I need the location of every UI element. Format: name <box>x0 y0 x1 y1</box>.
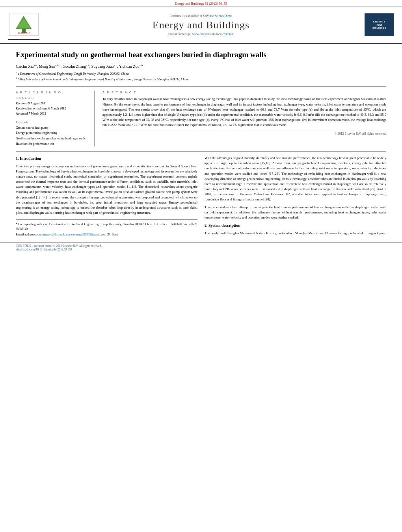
elsevier-logo-container: ELSEVIER <box>8 10 39 40</box>
contents-available-line: Contents lists available at SciVerse Sci… <box>39 14 363 18</box>
homepage-label: journal homepage: <box>168 32 192 36</box>
intro-para-1: To reduce primary energy consumption and… <box>16 164 197 216</box>
affiliations: a a Department of Geotechnical Engineeri… <box>16 71 386 82</box>
article-info: A R T I C L E I N F O Article history: R… <box>16 91 95 146</box>
keywords-label: Keywords: <box>16 120 88 124</box>
affiliation-b: b b Key Laboratory of Geotechnical and U… <box>16 76 386 82</box>
history-section: Article history: Received 9 August 2011 … <box>16 96 88 116</box>
elsevier-logo: ELSEVIER <box>9 13 39 36</box>
article-title: Experimental study on geothermal heat ex… <box>16 50 386 60</box>
body-left-column: 1. Introduction To reduce primary energy… <box>16 156 197 238</box>
page-wrapper: Energy and Buildings 52 (2012) 50–55 ELS… <box>0 0 402 532</box>
keyword-3: Geothermal heat exchangers buried in dia… <box>16 136 88 141</box>
keyword-4: Heat transfer performance test <box>16 141 88 147</box>
intro-para-3: This paper makes a first attempt to inve… <box>205 205 386 221</box>
received-date: Received 9 August 2011 <box>16 101 88 106</box>
sciverse-link[interactable]: SciVerse ScienceDirect <box>203 14 233 18</box>
abstract-text: To bury absorber tubes in diaphragm wall… <box>102 96 386 128</box>
eb-logo-top: ENERGY <box>373 20 385 23</box>
journal-header: ELSEVIER Contents lists available at Sci… <box>0 7 402 44</box>
history-label: Article history: <box>16 96 88 100</box>
section1-title: 1. Introduction <box>16 156 197 162</box>
accepted-date: Accepted 7 March 2012 <box>16 111 88 117</box>
abstract-section: A B S T R A C T To bury absorber tubes i… <box>102 91 386 146</box>
right-logo-container: ENERGY and BUILDINGS <box>363 13 394 36</box>
eb-logo-bot: BUILDINGS <box>372 27 386 29</box>
section2-para1: The newly built Shanghai Museum of Natur… <box>205 231 386 236</box>
main-content: Experimental study on geothermal heat ex… <box>0 44 402 242</box>
affiliation-a: a a Department of Geotechnical Engineeri… <box>16 71 386 76</box>
body-right-column: With the advantages of good stability, d… <box>205 156 386 238</box>
citation-text: Energy and Buildings 52 (2012) 50–55 <box>175 2 227 6</box>
journal-title: Energy and Buildings <box>39 19 363 31</box>
email-link[interactable]: sunmengpro@foxmail.com, sunmeng820305@gm… <box>37 233 106 236</box>
svg-text:ELSEVIER: ELSEVIER <box>18 32 30 34</box>
elsevier-tree-svg: ELSEVIER <box>10 14 37 35</box>
footnote-section: * Corresponding author at: Department of… <box>16 219 197 237</box>
bottom-bar: 0378-7788/$ – see front matter © 2012 El… <box>0 242 402 253</box>
keyword-2: Energy geotechnical engineering <box>16 130 88 136</box>
copyright-line: © 2012 Elsevier B.V. All rights reserved… <box>102 130 386 135</box>
keyword-1: Ground source heat pump <box>16 125 88 131</box>
homepage-line: journal homepage: www.elsevier.com/locat… <box>39 32 363 36</box>
homepage-url[interactable]: www.elsevier.com/locate/enbuild <box>192 32 234 36</box>
svg-marker-2 <box>17 19 30 28</box>
info-abstract-section: A R T I C L E I N F O Article history: R… <box>16 86 386 146</box>
doi-link[interactable]: http://dx.doi.org/10.1016/j.enbuild.2012… <box>16 248 72 251</box>
body-columns: 1. Introduction To reduce primary energy… <box>16 151 386 238</box>
section2-title: 2. System description <box>205 222 386 229</box>
top-citation-bar: Energy and Buildings 52 (2012) 50–55 <box>0 0 402 7</box>
article-info-header: A R T I C L E I N F O <box>16 91 88 94</box>
authors-line: Caichu Xiaa,b, Meng Suna,b,*, Guozhu Zha… <box>16 64 386 69</box>
email-name: (M. Sun). <box>107 233 118 236</box>
energy-buildings-logo: ENERGY and BUILDINGS <box>365 13 394 36</box>
keywords-section: Keywords: Ground source heat pump Energy… <box>16 120 88 146</box>
revised-date: Received in revised form 6 March 2012 <box>16 106 88 111</box>
abstract-header: A B S T R A C T <box>102 91 386 94</box>
journal-center-info: Contents lists available at SciVerse Sci… <box>39 14 363 36</box>
eb-logo-mid: and <box>376 23 382 27</box>
issn-text: 0378-7788/$ – see front matter © 2012 El… <box>16 244 102 248</box>
email-note: E-mail addresses: sunmengpro@foxmail.com… <box>16 232 197 237</box>
intro-para-2: With the advantages of good stability, d… <box>205 156 386 202</box>
email-label: E-mail addresses: <box>16 233 37 236</box>
corresponding-author-note: * Corresponding author at: Department of… <box>16 222 197 231</box>
